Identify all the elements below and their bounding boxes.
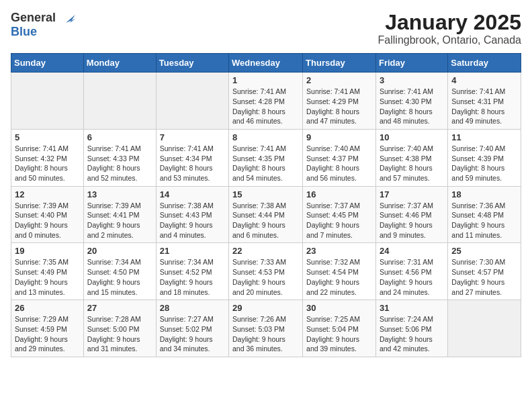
day-info: Sunrise: 7:38 AM Sunset: 4:43 PM Dayligh…: [160, 201, 225, 240]
day-info: Sunrise: 7:41 AM Sunset: 4:30 PM Dayligh…: [380, 87, 444, 126]
day-number: 27: [87, 303, 152, 313]
header-cell-friday: Friday: [375, 54, 447, 73]
day-info: Sunrise: 7:37 AM Sunset: 4:45 PM Dayligh…: [306, 201, 372, 240]
day-cell: 11Sunrise: 7:40 AM Sunset: 4:39 PM Dayli…: [448, 129, 521, 186]
day-info: Sunrise: 7:38 AM Sunset: 4:44 PM Dayligh…: [232, 201, 299, 240]
day-number: 13: [87, 189, 152, 199]
day-cell: 22Sunrise: 7:33 AM Sunset: 4:53 PM Dayli…: [229, 243, 303, 300]
logo-general: General: [11, 11, 56, 24]
day-info: Sunrise: 7:33 AM Sunset: 4:53 PM Dayligh…: [232, 257, 299, 297]
title-block: January 2025 Fallingbrook, Ontario, Cana…: [378, 11, 521, 46]
day-info: Sunrise: 7:34 AM Sunset: 4:50 PM Dayligh…: [87, 257, 152, 297]
day-info: Sunrise: 7:30 AM Sunset: 4:57 PM Dayligh…: [451, 257, 517, 297]
calendar-body: 1Sunrise: 7:41 AM Sunset: 4:28 PM Daylig…: [11, 73, 521, 357]
page-title: January 2025: [378, 11, 521, 34]
day-cell: 14Sunrise: 7:38 AM Sunset: 4:43 PM Dayli…: [156, 186, 228, 243]
day-cell: 29Sunrise: 7:26 AM Sunset: 5:03 PM Dayli…: [229, 300, 303, 357]
day-info: Sunrise: 7:40 AM Sunset: 4:37 PM Dayligh…: [306, 144, 372, 183]
day-cell: 18Sunrise: 7:36 AM Sunset: 4:48 PM Dayli…: [448, 186, 521, 243]
day-info: Sunrise: 7:41 AM Sunset: 4:32 PM Dayligh…: [15, 144, 80, 183]
day-info: Sunrise: 7:41 AM Sunset: 4:29 PM Dayligh…: [306, 87, 372, 126]
day-cell: 3Sunrise: 7:41 AM Sunset: 4:30 PM Daylig…: [375, 73, 447, 130]
calendar-table: SundayMondayTuesdayWednesdayThursdayFrid…: [11, 53, 521, 357]
logo-text: General: [11, 11, 75, 25]
day-number: 25: [451, 246, 517, 256]
day-number: 23: [306, 246, 372, 256]
day-info: Sunrise: 7:28 AM Sunset: 5:00 PM Dayligh…: [87, 314, 152, 354]
day-info: Sunrise: 7:40 AM Sunset: 4:39 PM Dayligh…: [451, 144, 517, 183]
day-cell: 30Sunrise: 7:25 AM Sunset: 5:04 PM Dayli…: [303, 300, 376, 357]
header-row: SundayMondayTuesdayWednesdayThursdayFrid…: [11, 54, 521, 73]
day-info: Sunrise: 7:34 AM Sunset: 4:52 PM Dayligh…: [160, 257, 225, 297]
day-cell: 13Sunrise: 7:39 AM Sunset: 4:41 PM Dayli…: [83, 186, 156, 243]
day-cell: 5Sunrise: 7:41 AM Sunset: 4:32 PM Daylig…: [11, 129, 84, 186]
day-number: 20: [87, 246, 152, 256]
day-number: 19: [15, 246, 80, 256]
day-number: 16: [306, 189, 372, 199]
day-cell: 28Sunrise: 7:27 AM Sunset: 5:02 PM Dayli…: [156, 300, 228, 357]
day-cell: 26Sunrise: 7:29 AM Sunset: 4:59 PM Dayli…: [11, 300, 84, 357]
day-number: 29: [232, 303, 299, 313]
day-info: Sunrise: 7:32 AM Sunset: 4:54 PM Dayligh…: [306, 257, 372, 297]
day-info: Sunrise: 7:41 AM Sunset: 4:33 PM Dayligh…: [87, 144, 152, 183]
day-cell: 10Sunrise: 7:40 AM Sunset: 4:38 PM Dayli…: [375, 129, 447, 186]
day-info: Sunrise: 7:41 AM Sunset: 4:31 PM Dayligh…: [451, 87, 517, 126]
day-number: 22: [232, 246, 299, 256]
day-info: Sunrise: 7:31 AM Sunset: 4:56 PM Dayligh…: [380, 257, 444, 297]
day-cell: 15Sunrise: 7:38 AM Sunset: 4:44 PM Dayli…: [229, 186, 303, 243]
day-number: 17: [380, 189, 444, 199]
header-cell-saturday: Saturday: [448, 54, 521, 73]
day-number: 31: [380, 303, 444, 313]
day-number: 4: [451, 75, 517, 85]
day-number: 24: [380, 246, 444, 256]
logo-bird-icon: [60, 13, 75, 24]
week-row-5: 26Sunrise: 7:29 AM Sunset: 4:59 PM Dayli…: [11, 300, 521, 357]
day-number: 21: [160, 246, 225, 256]
day-cell: 20Sunrise: 7:34 AM Sunset: 4:50 PM Dayli…: [83, 243, 156, 300]
day-info: Sunrise: 7:41 AM Sunset: 4:35 PM Dayligh…: [232, 144, 299, 183]
day-cell: 16Sunrise: 7:37 AM Sunset: 4:45 PM Dayli…: [303, 186, 376, 243]
day-cell: 7Sunrise: 7:41 AM Sunset: 4:34 PM Daylig…: [156, 129, 228, 186]
day-cell: [156, 73, 228, 130]
day-info: Sunrise: 7:35 AM Sunset: 4:49 PM Dayligh…: [15, 257, 80, 297]
page-header: General Blue January 2025 Fallingbrook, …: [11, 11, 521, 46]
day-info: Sunrise: 7:37 AM Sunset: 4:46 PM Dayligh…: [380, 201, 444, 240]
day-number: 1: [232, 75, 299, 85]
header-cell-thursday: Thursday: [303, 54, 376, 73]
day-number: 9: [306, 132, 372, 142]
day-number: 3: [380, 75, 444, 85]
day-cell: 31Sunrise: 7:24 AM Sunset: 5:06 PM Dayli…: [375, 300, 447, 357]
logo-blue: Blue: [11, 25, 37, 38]
day-cell: 6Sunrise: 7:41 AM Sunset: 4:33 PM Daylig…: [83, 129, 156, 186]
day-cell: 17Sunrise: 7:37 AM Sunset: 4:46 PM Dayli…: [375, 186, 447, 243]
day-number: 18: [451, 189, 517, 199]
day-number: 10: [380, 132, 444, 142]
day-number: 26: [15, 303, 80, 313]
day-info: Sunrise: 7:27 AM Sunset: 5:02 PM Dayligh…: [160, 314, 225, 354]
header-cell-tuesday: Tuesday: [156, 54, 228, 73]
day-info: Sunrise: 7:26 AM Sunset: 5:03 PM Dayligh…: [232, 314, 299, 354]
day-info: Sunrise: 7:39 AM Sunset: 4:41 PM Dayligh…: [87, 201, 152, 240]
day-cell: 27Sunrise: 7:28 AM Sunset: 5:00 PM Dayli…: [83, 300, 156, 357]
day-cell: 23Sunrise: 7:32 AM Sunset: 4:54 PM Dayli…: [303, 243, 376, 300]
day-info: Sunrise: 7:25 AM Sunset: 5:04 PM Dayligh…: [306, 314, 372, 354]
day-cell: 21Sunrise: 7:34 AM Sunset: 4:52 PM Dayli…: [156, 243, 228, 300]
week-row-4: 19Sunrise: 7:35 AM Sunset: 4:49 PM Dayli…: [11, 243, 521, 300]
day-cell: [11, 73, 84, 130]
svg-marker-0: [66, 15, 75, 23]
day-info: Sunrise: 7:41 AM Sunset: 4:28 PM Dayligh…: [232, 87, 299, 126]
day-number: 12: [15, 189, 80, 199]
day-info: Sunrise: 7:39 AM Sunset: 4:40 PM Dayligh…: [15, 201, 80, 240]
day-number: 2: [306, 75, 372, 85]
day-cell: 4Sunrise: 7:41 AM Sunset: 4:31 PM Daylig…: [448, 73, 521, 130]
day-number: 30: [306, 303, 372, 313]
day-cell: 2Sunrise: 7:41 AM Sunset: 4:29 PM Daylig…: [303, 73, 376, 130]
week-row-3: 12Sunrise: 7:39 AM Sunset: 4:40 PM Dayli…: [11, 186, 521, 243]
day-info: Sunrise: 7:40 AM Sunset: 4:38 PM Dayligh…: [380, 144, 444, 183]
day-info: Sunrise: 7:29 AM Sunset: 4:59 PM Dayligh…: [15, 314, 80, 354]
header-cell-wednesday: Wednesday: [229, 54, 303, 73]
day-number: 14: [160, 189, 225, 199]
day-cell: 25Sunrise: 7:30 AM Sunset: 4:57 PM Dayli…: [448, 243, 521, 300]
page-subtitle: Fallingbrook, Ontario, Canada: [378, 34, 521, 46]
header-cell-monday: Monday: [83, 54, 156, 73]
